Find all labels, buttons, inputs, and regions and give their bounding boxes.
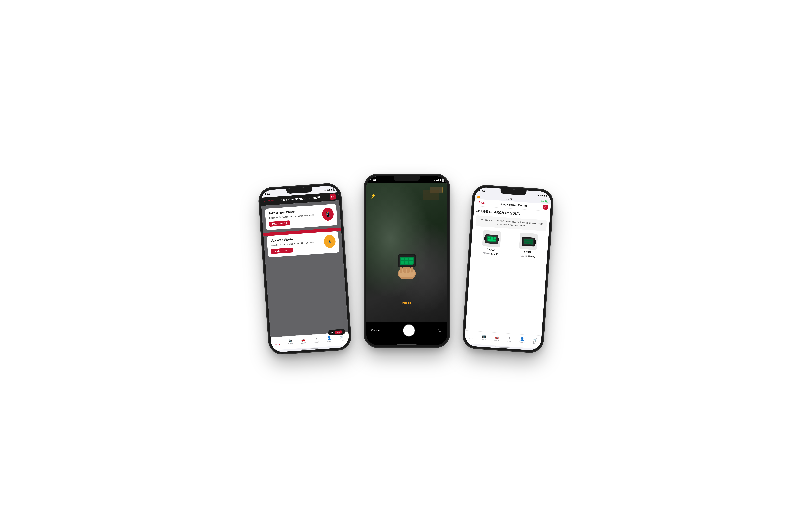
svg-rect-27 bbox=[497, 238, 499, 241]
wifi-icon-2: WiFi bbox=[436, 179, 441, 182]
nav-title-1: Find Your Connector – FindPi... bbox=[274, 195, 330, 202]
nav-back-1[interactable]: ‹ Search bbox=[264, 199, 274, 203]
original-price-2: $100.00 bbox=[520, 254, 527, 257]
svg-rect-16 bbox=[545, 201, 547, 202]
tab-account-label-1: Account bbox=[327, 340, 332, 342]
tab-contact-1[interactable]: ✈ Contact bbox=[309, 336, 323, 343]
tab-account-label-3: Account bbox=[519, 341, 525, 343]
product-name-1: Z27C2 bbox=[487, 248, 494, 251]
connector-hand bbox=[391, 248, 423, 281]
shutter-button[interactable] bbox=[403, 325, 415, 336]
svg-rect-37 bbox=[534, 240, 536, 244]
status-icons-2: ▪▪ WiFi ▓ bbox=[433, 179, 444, 182]
battery-icon-2: ▓ bbox=[442, 179, 444, 182]
battery-icon-3: ▓ bbox=[546, 195, 548, 197]
svg-rect-26 bbox=[484, 237, 486, 240]
logo-badge-3: FP bbox=[543, 204, 548, 210]
screen-3-content: 1:49 ▪▪▪ WiFi ▓ 📶 9:41 AM ▪▪ 56% bbox=[464, 187, 551, 351]
tab-account-3[interactable]: 👤 Account bbox=[516, 337, 529, 343]
connector-visual bbox=[394, 249, 420, 279]
phone-2-screen: 1:48 ▪▪ WiFi ▓ ⚡ bbox=[366, 176, 447, 345]
take-photo-button[interactable]: TAKE A PHOTO bbox=[269, 220, 290, 227]
home-icon-3: ⌂ bbox=[470, 333, 473, 337]
tab-vehicle-label-1: Vehicle bbox=[301, 342, 306, 344]
flip-camera-button[interactable] bbox=[438, 328, 443, 333]
tab-picture-1[interactable]: 📷 Picture bbox=[284, 338, 297, 345]
phone-3-screen: 1:49 ▪▪▪ WiFi ▓ 📶 9:41 AM ▪▪ 56% bbox=[464, 187, 551, 351]
svg-rect-25 bbox=[493, 240, 496, 241]
signal-icon-3: ▪▪▪ bbox=[537, 194, 539, 197]
sale-price-1: $75.00 bbox=[491, 252, 498, 255]
tab-cart-3[interactable]: 🛒 Cart bbox=[528, 337, 541, 344]
svg-rect-21 bbox=[491, 237, 493, 239]
tab-vehicle-1[interactable]: 🚗 Vehicle bbox=[297, 337, 310, 344]
phone-thumb-icon: 📱 bbox=[325, 211, 331, 217]
svg-rect-9 bbox=[401, 257, 404, 260]
take-photo-text: Take a New Photo Just press the button a… bbox=[268, 209, 315, 227]
product-card-2[interactable]: Y22B2 $100.00 $75.00 bbox=[510, 232, 546, 259]
chat-info-box: Don't see your connector? Have a questio… bbox=[475, 215, 547, 231]
price-row-2: $100.00 $75.00 bbox=[520, 254, 535, 258]
vehicle-icon-1: 🚗 bbox=[301, 338, 305, 342]
tab-picture-3[interactable]: 📷 Picture bbox=[477, 334, 491, 341]
tab-contact-label-3: Contact bbox=[506, 340, 512, 342]
tab-account-1[interactable]: 👤 Account bbox=[322, 335, 336, 342]
results-content: IMAGE SEARCH RESULTS Don't see your conn… bbox=[465, 206, 550, 336]
tab-cart-1[interactable]: 🛒 Cart bbox=[335, 334, 349, 342]
phone-1-screen: 1:47 ▪▪▪ WiFi ▓ ‹ Search Find Your Conne… bbox=[260, 185, 349, 353]
upload-thumb-icon: 📱 bbox=[328, 240, 332, 243]
upload-photo-button[interactable]: UPLOAD IT NOW bbox=[271, 247, 293, 254]
upload-photo-text: Upload a Photo Already got one on your p… bbox=[270, 236, 315, 254]
chat-info-text: Don't see your connector? Have a questio… bbox=[478, 218, 545, 229]
tab-contact-3[interactable]: ✈ Contact bbox=[503, 336, 516, 342]
contact-icon-3: ✈ bbox=[508, 336, 511, 340]
upload-photo-thumbnail: 📱 bbox=[324, 234, 336, 248]
phone-2: 1:48 ▪▪ WiFi ▓ ⚡ bbox=[365, 175, 449, 347]
wifi-icon-1: WiFi bbox=[327, 188, 332, 191]
tab-home-3[interactable]: ⌂ Home bbox=[465, 333, 478, 340]
logo-badge-1: FP bbox=[330, 194, 336, 200]
original-price-1: $100.00 bbox=[483, 252, 490, 255]
inner-signal-3: ▪▪ bbox=[539, 200, 540, 202]
time-1: 1:47 bbox=[264, 192, 271, 196]
tab-home-label-1: Home bbox=[275, 344, 280, 346]
flash-icon[interactable]: ⚡ bbox=[370, 193, 376, 199]
signal-icon-2: ▪▪ bbox=[433, 179, 435, 182]
engine-part-2 bbox=[423, 190, 439, 200]
battery-percent-3: 56% bbox=[541, 200, 545, 202]
product-connector-svg-2 bbox=[521, 234, 536, 248]
svg-rect-32 bbox=[527, 240, 530, 241]
battery-svg bbox=[545, 200, 548, 203]
tab-home-1[interactable]: ⌂ Home bbox=[271, 339, 284, 346]
take-photo-card: Take a New Photo Just press the button a… bbox=[265, 204, 338, 230]
vehicle-icon-3: 🚗 bbox=[495, 335, 499, 339]
back-button-3[interactable]: ‹ Back bbox=[477, 201, 485, 204]
product-card-1[interactable]: Z27C2 $100.00 $75.00 bbox=[474, 229, 509, 256]
back-label-3: Back bbox=[478, 201, 485, 204]
time-2: 1:48 bbox=[370, 179, 376, 182]
product-name-2: Y22B2 bbox=[524, 251, 531, 254]
picture-icon-3: 📷 bbox=[482, 334, 487, 338]
tab-vehicle-3[interactable]: 🚗 Vehicle bbox=[490, 335, 503, 342]
tab-cart-label-3: Cart bbox=[533, 342, 536, 344]
time-3: 1:49 bbox=[479, 189, 485, 193]
screen-2-content: 1:48 ▪▪ WiFi ▓ ⚡ bbox=[366, 176, 447, 345]
svg-rect-33 bbox=[530, 240, 533, 242]
chat-bubble-1[interactable]: 💬 1 new bbox=[328, 329, 345, 336]
svg-rect-36 bbox=[530, 242, 533, 244]
tab-picture-label-3: Picture bbox=[481, 339, 487, 341]
camera-viewfinder: ⚡ bbox=[366, 183, 447, 322]
cancel-button[interactable]: Cancel bbox=[371, 329, 380, 332]
svg-rect-10 bbox=[405, 257, 408, 260]
status-icons-1: ▪▪▪ WiFi ▓ bbox=[324, 188, 335, 191]
home-icon-1: ⌂ bbox=[276, 339, 278, 343]
inner-wifi-3: 📶 bbox=[477, 196, 480, 198]
picture-icon-1: 📷 bbox=[288, 339, 292, 343]
main-content-1: Take a New Photo Just press the button a… bbox=[261, 200, 348, 338]
svg-rect-12 bbox=[401, 261, 404, 264]
home-indicator-1 bbox=[302, 348, 319, 350]
signal-icon-1: ▪▪▪ bbox=[324, 189, 326, 191]
svg-rect-22 bbox=[493, 237, 496, 239]
phone-1: 1:47 ▪▪▪ WiFi ▓ ‹ Search Find Your Conne… bbox=[259, 183, 351, 354]
nav-title-3: Image Search Results bbox=[501, 203, 527, 208]
